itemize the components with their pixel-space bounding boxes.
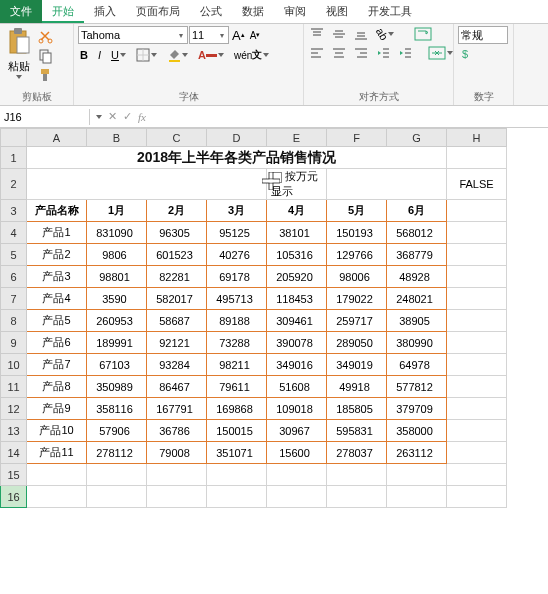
data-7-3[interactable]: 118453 <box>267 288 327 310</box>
align-right-button[interactable] <box>352 45 370 61</box>
cell-H3[interactable] <box>447 200 507 222</box>
data-7-0[interactable]: 3590 <box>87 288 147 310</box>
tab-review[interactable]: 审阅 <box>274 0 316 23</box>
wrap-text-button[interactable] <box>412 26 434 42</box>
header-6[interactable]: 6月 <box>387 200 447 222</box>
cell-r15-1[interactable] <box>87 464 147 486</box>
product-name-7[interactable]: 产品4 <box>27 288 87 310</box>
data-9-4[interactable]: 289050 <box>327 332 387 354</box>
row-header-5[interactable]: 5 <box>1 244 27 266</box>
row-header-12[interactable]: 12 <box>1 398 27 420</box>
cancel-icon[interactable]: ✕ <box>108 110 117 123</box>
data-10-2[interactable]: 98211 <box>207 354 267 376</box>
bold-button[interactable]: B <box>78 48 90 62</box>
data-13-1[interactable]: 36786 <box>147 420 207 442</box>
fill-color-button[interactable] <box>165 47 190 63</box>
font-color-button[interactable]: A <box>196 48 226 62</box>
product-name-9[interactable]: 产品6 <box>27 332 87 354</box>
data-13-5[interactable]: 358000 <box>387 420 447 442</box>
row-header-6[interactable]: 6 <box>1 266 27 288</box>
col-header-F[interactable]: F <box>327 129 387 147</box>
data-6-3[interactable]: 205920 <box>267 266 327 288</box>
cell-r16-4[interactable] <box>267 486 327 508</box>
wan-checkbox[interactable] <box>271 172 282 183</box>
cell-H11[interactable] <box>447 376 507 398</box>
col-header-E[interactable]: E <box>267 129 327 147</box>
row-header-3[interactable]: 3 <box>1 200 27 222</box>
data-13-3[interactable]: 30967 <box>267 420 327 442</box>
cell-H12[interactable] <box>447 398 507 420</box>
data-11-4[interactable]: 49918 <box>327 376 387 398</box>
data-14-4[interactable]: 278037 <box>327 442 387 464</box>
data-8-4[interactable]: 259717 <box>327 310 387 332</box>
row-header-14[interactable]: 14 <box>1 442 27 464</box>
data-4-2[interactable]: 95125 <box>207 222 267 244</box>
row-header-2[interactable]: 2 <box>1 169 27 200</box>
header-1[interactable]: 1月 <box>87 200 147 222</box>
data-14-3[interactable]: 15600 <box>267 442 327 464</box>
cell-F2G2[interactable] <box>327 169 447 200</box>
header-0[interactable]: 产品名称 <box>27 200 87 222</box>
number-format-combo[interactable]: 常规 <box>458 26 508 44</box>
col-header-G[interactable]: G <box>387 129 447 147</box>
data-11-3[interactable]: 51608 <box>267 376 327 398</box>
align-center-button[interactable] <box>330 45 348 61</box>
cell-r15-6[interactable] <box>387 464 447 486</box>
data-9-0[interactable]: 189991 <box>87 332 147 354</box>
data-10-4[interactable]: 349019 <box>327 354 387 376</box>
header-2[interactable]: 2月 <box>147 200 207 222</box>
data-8-2[interactable]: 89188 <box>207 310 267 332</box>
data-13-4[interactable]: 595831 <box>327 420 387 442</box>
copy-button[interactable] <box>36 47 56 65</box>
data-12-3[interactable]: 109018 <box>267 398 327 420</box>
orientation-button[interactable]: ab <box>374 27 396 41</box>
data-14-1[interactable]: 79008 <box>147 442 207 464</box>
row-header-9[interactable]: 9 <box>1 332 27 354</box>
data-8-3[interactable]: 309461 <box>267 310 327 332</box>
merge-button[interactable] <box>426 45 455 61</box>
product-name-10[interactable]: 产品7 <box>27 354 87 376</box>
cell-r16-5[interactable] <box>327 486 387 508</box>
data-8-5[interactable]: 38905 <box>387 310 447 332</box>
tab-layout[interactable]: 页面布局 <box>126 0 190 23</box>
row-header-4[interactable]: 4 <box>1 222 27 244</box>
cell-H14[interactable] <box>447 442 507 464</box>
data-6-4[interactable]: 98006 <box>327 266 387 288</box>
data-8-1[interactable]: 58687 <box>147 310 207 332</box>
data-6-0[interactable]: 98801 <box>87 266 147 288</box>
checkbox-cell[interactable]: 按万元显示 <box>267 169 327 200</box>
paste-button[interactable] <box>4 26 34 58</box>
grow-font-button[interactable]: A▴ <box>230 27 247 44</box>
cell-r16-1[interactable] <box>87 486 147 508</box>
tab-file[interactable]: 文件 <box>0 0 42 23</box>
data-14-2[interactable]: 351071 <box>207 442 267 464</box>
col-header-C[interactable]: C <box>147 129 207 147</box>
col-header-B[interactable]: B <box>87 129 147 147</box>
font-name-combo[interactable]: ▾ <box>78 26 188 44</box>
data-7-4[interactable]: 179022 <box>327 288 387 310</box>
data-13-0[interactable]: 57906 <box>87 420 147 442</box>
cell-r16-0[interactable] <box>27 486 87 508</box>
format-painter-button[interactable] <box>36 66 56 84</box>
data-5-0[interactable]: 9806 <box>87 244 147 266</box>
data-6-2[interactable]: 69178 <box>207 266 267 288</box>
data-4-3[interactable]: 38101 <box>267 222 327 244</box>
product-name-5[interactable]: 产品2 <box>27 244 87 266</box>
data-5-1[interactable]: 601523 <box>147 244 207 266</box>
data-14-0[interactable]: 278112 <box>87 442 147 464</box>
paste-dropdown[interactable] <box>16 75 22 79</box>
cell-H6[interactable] <box>447 266 507 288</box>
header-3[interactable]: 3月 <box>207 200 267 222</box>
product-name-11[interactable]: 产品8 <box>27 376 87 398</box>
row-header-15[interactable]: 15 <box>1 464 27 486</box>
product-name-12[interactable]: 产品9 <box>27 398 87 420</box>
cell-r16-7[interactable] <box>447 486 507 508</box>
cell-r15-7[interactable] <box>447 464 507 486</box>
cell-r15-0[interactable] <box>27 464 87 486</box>
data-7-1[interactable]: 582017 <box>147 288 207 310</box>
row-header-8[interactable]: 8 <box>1 310 27 332</box>
align-left-button[interactable] <box>308 45 326 61</box>
row-header-16[interactable]: 16 <box>1 486 27 508</box>
font-name-input[interactable] <box>81 29 177 41</box>
cell-r16-6[interactable] <box>387 486 447 508</box>
